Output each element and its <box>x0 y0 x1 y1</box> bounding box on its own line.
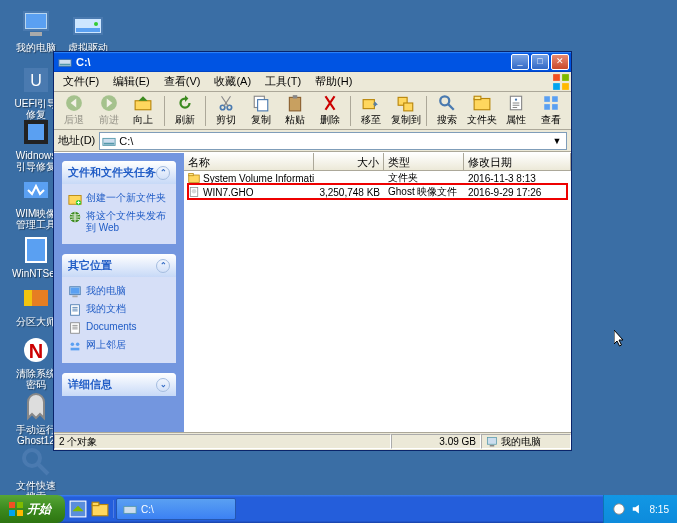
file-row[interactable]: System Volume Information文件夹2016-11-3 8:… <box>184 171 571 185</box>
col-date[interactable]: 修改日期 <box>464 153 571 170</box>
show-desktop-icon[interactable] <box>69 500 87 518</box>
body-area: 文件和文件夹任务 ⌃ 创建一个新文件夹将这个文件夹发布到 Web 其它位置 ⌃ … <box>54 152 571 432</box>
svg-rect-19 <box>553 74 560 81</box>
computer-icon <box>20 8 52 40</box>
close-button[interactable]: ✕ <box>551 54 569 70</box>
publish-icon <box>68 210 82 224</box>
col-type[interactable]: 类型 <box>384 153 464 170</box>
places-panel-body: 我的电脑我的文档Documents网上邻居 <box>62 277 176 363</box>
toolbar-up-button[interactable]: 向上 <box>127 93 160 129</box>
svg-rect-29 <box>257 100 267 111</box>
places-panel-header[interactable]: 其它位置 ⌃ <box>62 254 176 277</box>
svg-rect-63 <box>9 502 15 508</box>
sidebar-item-label: 我的文档 <box>86 303 126 315</box>
toolbar-cut-button[interactable]: 剪切 <box>210 93 243 129</box>
explorer-icon[interactable] <box>91 500 109 518</box>
svg-point-35 <box>440 96 449 105</box>
toolbar-search-button[interactable]: 搜索 <box>431 93 464 129</box>
tasks-panel-header[interactable]: 文件和文件夹任务 ⌃ <box>62 161 176 184</box>
column-headers[interactable]: 名称 大小 类型 修改日期 <box>184 153 571 171</box>
menu-item[interactable]: 文件(F) <box>56 72 106 91</box>
svg-rect-9 <box>28 124 44 140</box>
toolbar-moveto-button[interactable]: 移至 <box>355 93 388 129</box>
toolbar-delete-button[interactable]: 删除 <box>314 93 347 129</box>
explorer-window: C:\ _ □ ✕ 文件(F)编辑(E)查看(V)收藏(A)工具(T)帮助(H)… <box>53 51 572 451</box>
sidebar-item[interactable]: 我的文档 <box>68 301 170 319</box>
menu-item[interactable]: 编辑(E) <box>106 72 157 91</box>
file-name: WIN7.GHO <box>203 187 254 198</box>
docs-icon <box>68 303 82 317</box>
toolbar-label: 搜索 <box>437 113 457 127</box>
newfolder-icon <box>68 192 82 206</box>
maximize-button[interactable]: □ <box>531 54 549 70</box>
toolbar-label: 前进 <box>99 113 119 127</box>
svg-rect-2 <box>30 32 42 36</box>
taskbar-item-explorer[interactable]: C:\ <box>116 498 236 520</box>
drive-icon <box>123 502 137 516</box>
sidebar-item[interactable]: 网上邻居 <box>68 337 170 355</box>
toolbar-properties-button[interactable]: 属性 <box>500 93 533 129</box>
menu-item[interactable]: 收藏(A) <box>207 72 258 91</box>
titlebar[interactable]: C:\ _ □ ✕ <box>54 52 571 72</box>
svg-rect-25 <box>135 101 151 110</box>
separator <box>350 96 351 126</box>
sidebar-item[interactable]: 我的电脑 <box>68 283 170 301</box>
svg-rect-4 <box>76 28 100 32</box>
svg-rect-53 <box>71 323 80 334</box>
svg-rect-22 <box>562 83 569 90</box>
svg-rect-1 <box>26 14 46 28</box>
toolbar-copyto-button[interactable]: 复制到 <box>390 93 423 129</box>
toolbar-label: 移至 <box>361 113 381 127</box>
tray-clock[interactable]: 8:15 <box>650 504 669 515</box>
col-size[interactable]: 大小 <box>314 153 384 170</box>
menu-item[interactable]: 帮助(H) <box>308 72 359 91</box>
volume-icon[interactable] <box>631 502 645 516</box>
menu-item[interactable]: 工具(T) <box>258 72 308 91</box>
desktop-icon-search[interactable]: 文件快速搜索 <box>12 446 60 502</box>
svg-rect-61 <box>488 437 497 444</box>
sidebar-item-label: 创建一个新文件夹 <box>86 192 166 204</box>
separator <box>205 96 206 126</box>
docs2-icon <box>68 321 82 335</box>
separator <box>164 96 165 126</box>
chevron-up-icon: ⌃ <box>156 259 170 273</box>
toolbar-forward-button: 前进 <box>93 93 126 129</box>
address-input[interactable] <box>119 135 550 147</box>
toolbar-views-button[interactable]: 查看 <box>535 93 568 129</box>
file-list[interactable]: 名称 大小 类型 修改日期 System Volume Information文… <box>184 153 571 432</box>
file-date: 2016-11-3 8:13 <box>464 173 571 184</box>
address-label: 地址(D) <box>58 133 95 148</box>
paste-icon <box>286 94 304 112</box>
col-name[interactable]: 名称 <box>184 153 314 170</box>
sidebar: 文件和文件夹任务 ⌃ 创建一个新文件夹将这个文件夹发布到 Web 其它位置 ⌃ … <box>54 153 184 432</box>
menu-item[interactable]: 查看(V) <box>157 72 208 91</box>
sidebar-item[interactable]: Documents <box>68 319 170 337</box>
file-rows: System Volume Information文件夹2016-11-3 8:… <box>184 171 571 199</box>
toolbar-folders-button[interactable]: 文件夹 <box>465 93 498 129</box>
toolbar-copy-button[interactable]: 复制 <box>244 93 277 129</box>
sidebar-item[interactable]: 将这个文件夹发布到 Web <box>68 208 170 236</box>
up-icon <box>134 94 152 112</box>
details-panel-header[interactable]: 详细信息 ⌄ <box>62 373 176 396</box>
start-button[interactable]: 开始 <box>0 495 65 523</box>
windows-logo-icon <box>8 501 24 517</box>
svg-point-39 <box>515 99 517 101</box>
toolbar-paste-button[interactable]: 粘贴 <box>279 93 312 129</box>
file-row[interactable]: WIN7.GHO3,250,748 KBGhost 映像文件2016-9-29 … <box>184 185 571 199</box>
copy-icon <box>252 94 270 112</box>
sidebar-item[interactable]: 创建一个新文件夹 <box>68 190 170 208</box>
desktop-icon-computer[interactable]: 我的电脑 <box>12 8 60 53</box>
address-input-wrap[interactable]: ▼ <box>99 132 567 150</box>
taskbar: 开始 C:\ 8:15 <box>0 495 677 523</box>
ghost-icon <box>20 390 52 422</box>
address-dropdown[interactable]: ▼ <box>550 136 564 146</box>
tray-app-icon[interactable] <box>612 502 626 516</box>
toolbar-label: 复制 <box>251 113 271 127</box>
toolbar-refresh-button[interactable]: 刷新 <box>169 93 202 129</box>
svg-rect-41 <box>552 96 558 102</box>
system-tray[interactable]: 8:15 <box>603 495 677 523</box>
details-panel-title: 详细信息 <box>68 377 112 392</box>
minimize-button[interactable]: _ <box>511 54 529 70</box>
chevron-up-icon: ⌃ <box>156 166 170 180</box>
throbber-icon <box>551 73 571 91</box>
